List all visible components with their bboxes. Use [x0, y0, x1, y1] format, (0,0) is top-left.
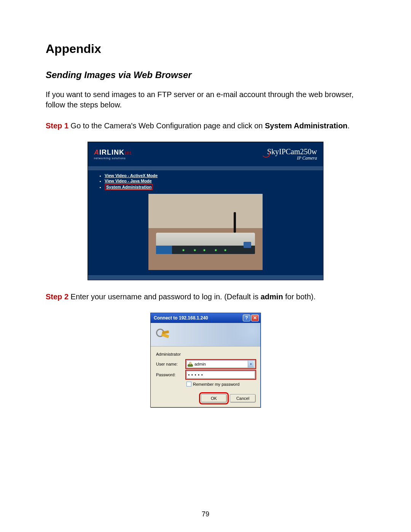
step-2-label: Step 2 — [46, 292, 68, 301]
camera-body: View Video - ActiveX Mode View Video - J… — [88, 170, 323, 275]
dialog-titlebar[interactable]: Connect to 192.168.1.240 ? ✕ — [151, 313, 260, 323]
camera-nav-links: View Video - ActiveX Mode View Video - J… — [105, 173, 315, 190]
page-number: 79 — [0, 510, 411, 518]
divider-bar — [88, 166, 323, 170]
step-2-text: Step 2 Enter your username and password … — [46, 292, 365, 302]
router-led — [215, 249, 217, 251]
username-label: User name: — [156, 362, 186, 366]
router-led — [204, 249, 205, 251]
help-button[interactable]: ? — [243, 315, 250, 321]
router-led — [183, 249, 184, 251]
product-subtitle: IP Camera — [267, 155, 317, 161]
cancel-button[interactable]: Cancel — [230, 394, 256, 403]
camera-video-frame — [148, 194, 263, 270]
password-label: Password: — [156, 372, 186, 377]
login-dialog: Connect to 192.168.1.240 ? ✕ Administrat… — [150, 313, 261, 407]
close-button[interactable]: ✕ — [251, 315, 259, 321]
auth-realm: Administrator — [156, 352, 255, 356]
router-logo — [244, 242, 251, 248]
user-icon — [188, 361, 193, 367]
intro-paragraph: If you want to send images to an FTP ser… — [46, 89, 365, 110]
airlink-logo: AIRLINK101 networking solutions — [94, 149, 132, 160]
section-title: Sending Images via Web Browser — [46, 70, 365, 80]
footer-bar — [88, 275, 323, 280]
step-2-a: Enter your username and password to log … — [68, 292, 261, 301]
password-field[interactable]: ••••• — [186, 371, 255, 379]
username-field[interactable]: admin ▾ — [186, 360, 255, 368]
dialog-title: Connect to 192.168.1.240 — [154, 315, 208, 321]
logo-subtitle: networking solutions — [94, 157, 132, 160]
step-1-label: Step 1 — [46, 121, 68, 130]
username-value: admin — [194, 362, 206, 366]
remember-checkbox[interactable] — [186, 382, 191, 387]
remember-label: Remember my password — [193, 382, 239, 387]
link-system-administration[interactable]: System Administration — [106, 185, 151, 189]
step-2-b: for both). — [283, 292, 316, 301]
step-1-b: . — [347, 121, 350, 130]
logo-text: IRLINK — [99, 149, 124, 156]
router-antenna — [234, 212, 236, 233]
logo-letter-a: A — [94, 149, 99, 156]
link-activex[interactable]: View Video - ActiveX Mode — [105, 173, 158, 178]
step-1-text: Step 1 Go to the Camera's Web Configurat… — [46, 121, 365, 131]
product-name: SkyIPCam250w — [267, 147, 317, 156]
router-led — [225, 249, 226, 251]
camera-config-screenshot: AIRLINK101 networking solutions SkyIPCam… — [88, 142, 323, 280]
link-java[interactable]: View Video - Java Mode — [105, 179, 152, 183]
router-led — [194, 249, 196, 251]
step-1-a: Go to the Camera's Web Configuration pag… — [68, 121, 265, 130]
logo-101: 101 — [124, 151, 132, 155]
keys-icon — [155, 327, 170, 342]
chevron-down-icon[interactable]: ▾ — [248, 361, 254, 367]
step-2-bold: admin — [261, 292, 283, 301]
router-accent — [156, 246, 172, 254]
ok-button[interactable]: OK — [201, 394, 227, 403]
step-1-bold: System Administration — [265, 121, 347, 130]
password-value: ••••• — [188, 372, 204, 377]
page-title: Appendix — [46, 42, 365, 56]
product-title: SkyIPCam250w IP Camera — [267, 147, 317, 161]
camera-header: AIRLINK101 networking solutions SkyIPCam… — [88, 142, 323, 166]
dialog-banner — [151, 323, 260, 347]
